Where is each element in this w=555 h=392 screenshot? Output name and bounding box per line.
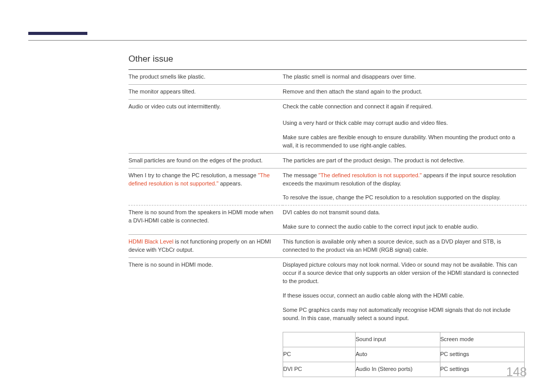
highlight-text: "The defined resolution is not supported… <box>319 172 422 178</box>
table-row: Small particles are found on the edges o… <box>128 153 527 168</box>
text: The message <box>283 172 319 178</box>
cell <box>283 332 356 347</box>
issue-desc: If these issues occur, connect an audio … <box>283 289 527 303</box>
cell: PC settings <box>440 347 525 362</box>
cell: Sound input <box>356 332 440 347</box>
section-heading: Other issue <box>128 54 527 64</box>
issue-desc: DVI cables do not transmit sound data. <box>283 206 527 220</box>
table-row: The product smells like plastic. The pla… <box>128 70 527 85</box>
issue-desc: Check the cable connection and connect i… <box>283 99 527 114</box>
table-row: The monitor appears tilted. Remove and t… <box>128 84 527 99</box>
issue-desc: This function is available only when a s… <box>283 235 527 258</box>
issues-table: The product smells like plastic. The pla… <box>128 69 527 380</box>
issue-label: HDMI Black Level is not functioning prop… <box>128 235 283 258</box>
cell: PC <box>283 347 356 362</box>
table-row: Sound input Screen mode <box>283 332 525 347</box>
issue-desc: Make sure to connect the audio cable to … <box>283 220 527 234</box>
issue-desc: Using a very hard or thick cable may cor… <box>283 114 527 130</box>
issue-desc: The particles are part of the product de… <box>283 153 527 168</box>
table-row: DVI PC Audio In (Stereo ports) PC settin… <box>283 362 525 377</box>
issue-desc: Displayed picture colours may not look n… <box>283 258 527 289</box>
issue-label: Small particles are found on the edges o… <box>128 153 283 168</box>
sound-input-table: Sound input Screen mode PC Auto PC setti… <box>283 332 525 377</box>
issue-desc: Make sure cables are flexible enough to … <box>283 130 527 153</box>
issue-label: Audio or video cuts out intermittently. <box>128 99 283 153</box>
issue-label: There is no sound from the speakers in H… <box>128 206 283 235</box>
issue-desc: To resolve the issue, change the PC reso… <box>283 191 527 205</box>
issue-label: There is no sound in HDMI mode. <box>128 258 283 380</box>
cell: DVI PC <box>283 362 356 377</box>
text: When I try to change the PC resolution, … <box>128 172 258 178</box>
table-row: Audio or video cuts out intermittently. … <box>128 99 527 114</box>
issue-label: When I try to change the PC resolution, … <box>128 168 283 206</box>
content: Other issue The product smells like plas… <box>128 54 527 380</box>
table-row: There is no sound in HDMI mode. Displaye… <box>128 258 527 289</box>
table-row: When I try to change the PC resolution, … <box>128 168 527 191</box>
issue-label: The product smells like plastic. <box>128 70 283 85</box>
inner-table-cell: Sound input Screen mode PC Auto PC setti… <box>283 326 527 380</box>
issue-desc: The plastic smell is normal and disappea… <box>283 70 527 85</box>
cell: Audio In (Stereo ports) <box>356 362 440 377</box>
issue-desc: Remove and then attach the stand again t… <box>283 84 527 99</box>
top-rule <box>28 40 527 41</box>
page-number: 148 <box>506 365 527 379</box>
issue-desc: Some PC graphics cards may not automatic… <box>283 303 527 326</box>
cell: Auto <box>356 347 440 362</box>
issue-label: The monitor appears tilted. <box>128 84 283 99</box>
issue-desc: The message "The defined resolution is n… <box>283 168 527 191</box>
table-row: PC Auto PC settings <box>283 347 525 362</box>
highlight-text: HDMI Black Level <box>128 238 173 245</box>
cell: Screen mode <box>440 332 525 347</box>
table-row: There is no sound from the speakers in H… <box>128 206 527 220</box>
accent-bar <box>28 32 87 35</box>
table-row: HDMI Black Level is not functioning prop… <box>128 235 527 258</box>
text: appears. <box>218 180 242 186</box>
